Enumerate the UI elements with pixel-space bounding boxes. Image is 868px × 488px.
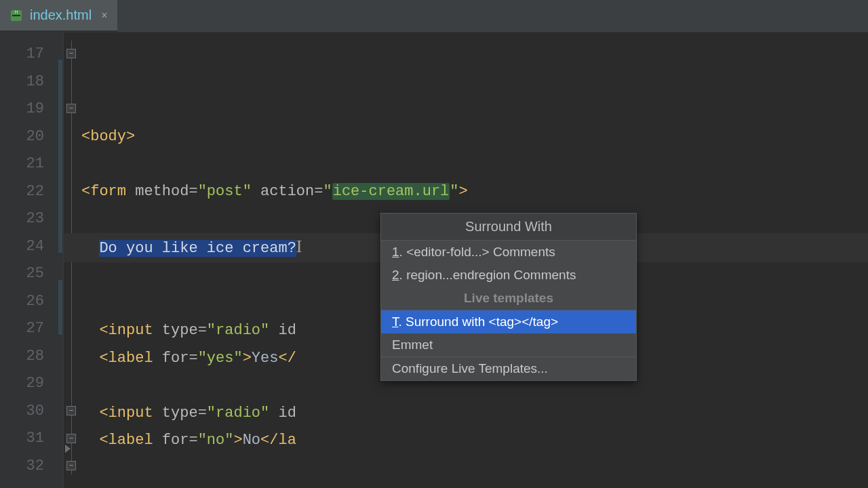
popup-item-surround-tag[interactable]: T. Surround with <tag></tag>	[381, 310, 636, 333]
code-token: "	[323, 183, 332, 200]
popup-section-label: Live templates	[381, 287, 636, 310]
code-token: for=	[153, 350, 198, 367]
surround-with-popup: Surround With 1. <editor-fold...> Commen…	[380, 213, 637, 381]
code-token: "yes"	[198, 350, 243, 367]
code-editor[interactable]: 17 18 19 20 21 22 23 24 25 26 27 28 29 3…	[0, 33, 868, 488]
popup-item-region[interactable]: 2. region...endregion Comments	[381, 264, 636, 287]
code-token: "	[450, 183, 458, 200]
code-token: </	[278, 350, 296, 367]
svg-text:H: H	[14, 9, 18, 14]
code-token: No	[243, 432, 260, 449]
code-token: <input	[99, 405, 153, 422]
close-tab-icon[interactable]: ×	[101, 9, 107, 22]
code-token: <label	[99, 350, 153, 367]
popup-item-configure[interactable]: Configure Live Templates...	[381, 357, 636, 380]
html-file-icon: H	[9, 9, 23, 22]
code-token: <input	[99, 322, 153, 339]
tab-filename: index.html	[30, 7, 92, 23]
code-token: "no"	[198, 432, 234, 449]
code-token: Yes	[252, 350, 279, 367]
code-token: method=	[126, 183, 198, 200]
line-number-gutter: 17 18 19 20 21 22 23 24 25 26 27 28 29 3…	[0, 33, 64, 488]
code-token: <form	[81, 183, 126, 200]
svg-rect-1	[12, 15, 20, 16]
code-token: type=	[153, 405, 207, 422]
editor-tab[interactable]: H index.html ×	[0, 0, 117, 32]
code-token: "radio"	[207, 322, 269, 339]
code-token: for=	[153, 432, 198, 449]
code-token: action=	[252, 183, 323, 200]
popup-title: Surround With	[381, 214, 636, 241]
popup-item-emmet[interactable]: Emmet	[381, 333, 636, 357]
code-token: >	[243, 350, 252, 367]
tab-bar: H index.html ×	[0, 0, 868, 33]
code-token: id	[269, 322, 296, 339]
text-caret-icon: I	[296, 237, 302, 256]
code-token: <label	[99, 432, 153, 449]
code-token: </la	[260, 432, 296, 449]
selected-text: Do you like ice cream?	[99, 240, 296, 257]
code-token: id	[269, 405, 296, 422]
code-token: "post"	[198, 183, 252, 200]
code-token: type=	[153, 322, 207, 339]
popup-item-editor-fold[interactable]: 1. <editor-fold...> Comments	[381, 241, 636, 264]
code-token: ice-cream.url	[332, 183, 450, 200]
code-token: "radio"	[207, 405, 269, 422]
code-token: >	[233, 432, 242, 449]
code-token: >	[459, 183, 468, 200]
code-token: <body>	[81, 128, 135, 145]
